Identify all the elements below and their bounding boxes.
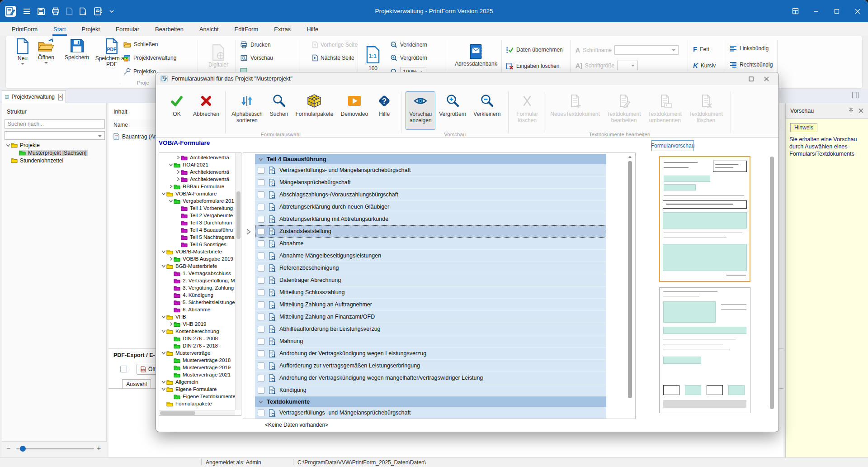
form-checkbox[interactable] xyxy=(258,204,264,210)
tree-item-vergabeformulare-201[interactable]: Vergabeformulare 201 xyxy=(159,197,235,205)
print-icon[interactable] xyxy=(52,7,60,15)
form-checkbox[interactable] xyxy=(258,301,264,308)
form-list-item[interactable]: Referenzbescheinigung xyxy=(255,262,606,274)
tree-item-musterverträge-2018[interactable]: Musterverträge 2018 xyxy=(159,357,235,364)
panel-layout-icon[interactable] xyxy=(852,91,859,99)
save-button[interactable]: Speichern xyxy=(61,38,93,61)
tree-item-musterverträge-2021[interactable]: Musterverträge 2021 xyxy=(159,371,235,378)
tab-auswahl[interactable]: Auswahl xyxy=(122,379,151,389)
form-checkbox[interactable] xyxy=(258,350,264,357)
dialog-tool-ok[interactable]: OK xyxy=(164,91,189,130)
chevron-down-icon[interactable] xyxy=(168,162,174,167)
tree-item-stundenlohnzettel[interactable]: Stundenlohnzettel xyxy=(3,157,106,164)
form-list-item[interactable]: Abhilfeaufforderung bei Leistungsverzug xyxy=(255,323,606,335)
tree-item-musterverträge[interactable]: Musterverträge xyxy=(159,349,235,357)
tree-item-musterverträge-2019[interactable]: Musterverträge 2019 xyxy=(159,364,235,371)
form-checkbox[interactable] xyxy=(258,253,264,259)
form-list-item[interactable]: Mängelansprüchebürgschaft xyxy=(255,176,606,189)
close-project-button[interactable]: Schließen xyxy=(123,41,158,48)
form-list-item[interactable]: Kündigung xyxy=(255,384,606,396)
preview-vscrollbar[interactable] xyxy=(770,157,774,409)
form-list-item[interactable]: Vertragserfüllungs- und Mängelansprücheb… xyxy=(255,164,606,176)
form-checkbox[interactable] xyxy=(258,338,264,345)
dialog-tool-suchen[interactable]: Suchen xyxy=(266,91,292,130)
form-list-item[interactable]: Androhung der Vertragskündigung wegen Le… xyxy=(255,348,606,360)
font-name-select[interactable] xyxy=(614,45,679,55)
tree-item-projekte[interactable]: Projekte xyxy=(3,141,106,149)
italic-button[interactable]: K Kursiv xyxy=(693,62,716,69)
chevron-down-icon[interactable] xyxy=(161,351,166,355)
menu-item-ansicht[interactable]: Ansicht xyxy=(198,24,220,34)
dialog-tool-hilfe[interactable]: ?Hilfe xyxy=(372,91,397,130)
tree-item-6-abnahme[interactable]: 6. Abnahme xyxy=(159,306,235,313)
dialog-tool-abbrechen[interactable]: Abbrechen xyxy=(189,91,223,130)
form-list-item[interactable]: Datenträger Abrechnung xyxy=(255,274,606,286)
chevron-down-icon[interactable] xyxy=(161,380,166,384)
form-list-item[interactable]: Abtretungserklärung durch neuen Gläubige… xyxy=(255,201,606,213)
form-list-item[interactable]: Abnahme Mängelbeseitigungsleistungen xyxy=(255,250,606,262)
form-list-item[interactable]: Androhung der Vertragskündigung wegen ma… xyxy=(255,372,606,384)
tree-item-3-vergütung-zahlung[interactable]: 3. Vergütung, Zahlung xyxy=(159,284,235,291)
bold-button[interactable]: F Fett xyxy=(693,45,709,53)
close-icon[interactable] xyxy=(859,108,863,113)
dialog-tool-vergroessern[interactable]: Vergrößern xyxy=(435,91,470,130)
maximize-button[interactable] xyxy=(826,0,847,22)
dialog-titlebar[interactable]: Formularauswahl für das Projekt "Musterp… xyxy=(156,72,778,85)
form-checkbox[interactable] xyxy=(258,228,264,235)
chevron-down-icon[interactable] xyxy=(259,400,263,404)
hinweis-tab[interactable]: Hinweis xyxy=(790,123,817,132)
form-checkbox[interactable] xyxy=(258,362,264,369)
menu-item-editform[interactable]: EditForm xyxy=(234,24,259,34)
dialog-tool-formularpakete[interactable]: Formularpakete xyxy=(292,91,337,130)
chevron-right-icon[interactable] xyxy=(175,177,181,181)
form-checkbox[interactable] xyxy=(258,289,264,296)
column-header-name[interactable]: Name xyxy=(113,122,128,128)
zoom-100-icon[interactable]: 1:1 xyxy=(366,46,380,63)
project-management-button[interactable]: Projektverwaltung xyxy=(123,54,176,62)
dialog-tool-verkleinern[interactable]: Verkleinern xyxy=(470,91,504,130)
tree-item-teil-1-vorbereitung[interactable]: Teil 1 Vorbereitung xyxy=(159,205,235,212)
zoom-minus-button[interactable]: − xyxy=(6,444,10,453)
menu-item-projekt[interactable]: Projekt xyxy=(81,24,101,34)
form-checkbox[interactable] xyxy=(258,326,264,333)
chevron-down-icon[interactable] xyxy=(21,63,24,65)
tree-item-teil-2-vergabeunte[interactable]: Teil 2 Vergabeunte xyxy=(159,212,235,219)
menu-item-printform[interactable]: PrintForm xyxy=(11,24,38,34)
form-list-item[interactable]: Mitteilung Zahlung an Finanzamt/OFD xyxy=(255,311,606,323)
chevron-down-icon[interactable] xyxy=(161,191,166,196)
chevron-down-icon[interactable] xyxy=(259,157,263,162)
pin-icon[interactable] xyxy=(848,108,854,114)
tree-item-architektenverträ[interactable]: Architektenverträ xyxy=(159,154,235,161)
list-scroll-up-icon[interactable] xyxy=(628,155,632,159)
form-list-item[interactable]: Mitteilung Schlusszahlung xyxy=(255,286,606,299)
tree-item-teil-4-bauausführu[interactable]: Teil 4 Bauausführu xyxy=(159,226,235,234)
tree-item-teil-3-durchführun[interactable]: Teil 3 Durchführun xyxy=(159,219,235,226)
preview-button[interactable]: Vorschau xyxy=(240,54,273,62)
preview-page-1[interactable] xyxy=(659,156,750,282)
clear-inputs-button[interactable]: Eingaben löschen xyxy=(506,62,559,70)
apply-data-button[interactable]: Daten übernehmen xyxy=(506,46,563,53)
chevron-down-icon[interactable] xyxy=(161,315,166,319)
dialog-maximize-button[interactable] xyxy=(743,73,759,84)
zoom-out-button[interactable]: Verkleinern xyxy=(390,41,427,48)
form-checkbox[interactable] xyxy=(258,191,264,198)
zoom-in-button[interactable]: Vergrößern xyxy=(390,54,427,62)
tree-item-kostenberechnung[interactable]: Kostenberechnung xyxy=(159,328,235,335)
tab-projektverwaltung[interactable]: Projektverwaltung ✕ xyxy=(2,90,66,103)
close-button[interactable] xyxy=(847,0,868,22)
chevron-right-icon[interactable] xyxy=(175,155,181,160)
tree-item-musterprojekt-sachsen-[interactable]: Musterprojekt [Sachsen] xyxy=(3,149,106,157)
tree-item-vob-b-musterbriefe[interactable]: VOB/B-Musterbriefe xyxy=(159,248,235,255)
tree-item-teil-6-sonstiges[interactable]: Teil 6 Sonstiges xyxy=(159,241,235,248)
chevron-down-icon[interactable] xyxy=(5,143,11,148)
list-icon[interactable] xyxy=(23,7,31,15)
form-checkbox[interactable] xyxy=(258,314,264,320)
form-list-item[interactable]: Aufforderung zur vertragsgemäßen Leistun… xyxy=(255,360,606,372)
form-list-item[interactable]: Abtretungserklärung mit Abtretungsurkund… xyxy=(255,213,606,225)
pdf-export-checkbox[interactable] xyxy=(120,366,127,372)
tree-item-eigene-formulare[interactable]: Eigene Formulare xyxy=(159,386,235,393)
dialog-tool-vorschau-anzeigen[interactable]: Vorschauanzeigen xyxy=(406,91,435,130)
form-checkbox[interactable] xyxy=(258,410,264,416)
chevron-down-icon[interactable] xyxy=(161,249,166,254)
list-section-header[interactable]: Textdokumente xyxy=(255,396,606,407)
